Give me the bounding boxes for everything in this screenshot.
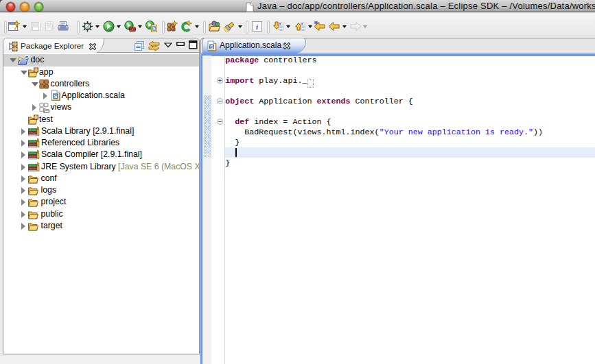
svg-text:S: S	[152, 26, 156, 31]
svg-text:S: S	[25, 55, 29, 61]
svg-text:S: S	[210, 43, 213, 49]
svg-text:S: S	[54, 93, 58, 99]
